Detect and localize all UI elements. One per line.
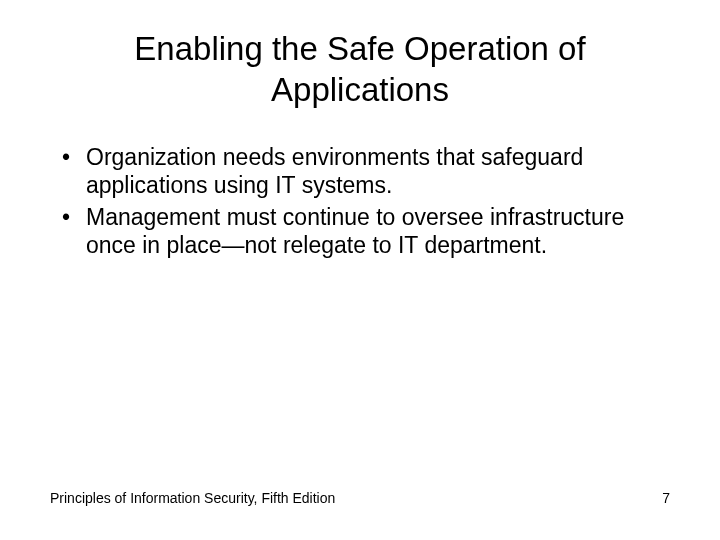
slide-footer: Principles of Information Security, Fift… xyxy=(50,490,670,510)
slide-title: Enabling the Safe Operation of Applicati… xyxy=(50,28,670,111)
bullet-item: Organization needs environments that saf… xyxy=(58,143,670,199)
bullet-list: Organization needs environments that saf… xyxy=(50,143,670,259)
slide-content: Organization needs environments that saf… xyxy=(50,143,670,491)
footer-source: Principles of Information Security, Fift… xyxy=(50,490,335,506)
bullet-item: Management must continue to oversee infr… xyxy=(58,203,670,259)
footer-page-number: 7 xyxy=(662,490,670,506)
slide-container: Enabling the Safe Operation of Applicati… xyxy=(0,0,720,540)
